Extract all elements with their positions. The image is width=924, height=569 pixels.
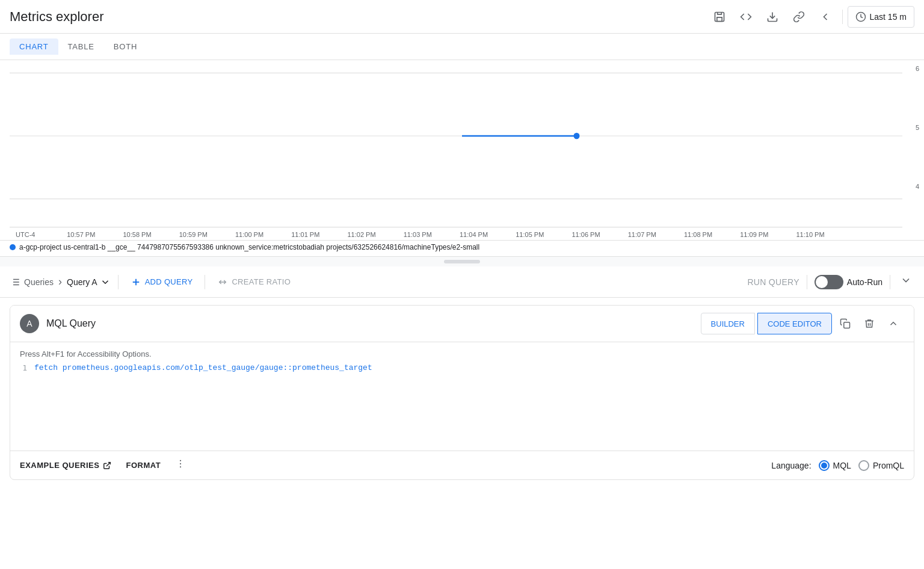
svg-text:10:58 PM: 10:58 PM bbox=[123, 230, 152, 238]
add-query-button[interactable]: ADD QUERY bbox=[126, 273, 198, 291]
mql-radio[interactable] bbox=[819, 460, 830, 471]
auto-run-toggle: Auto-Run bbox=[815, 275, 882, 289]
add-query-label: ADD QUERY bbox=[145, 277, 193, 286]
svg-text:UTC-4: UTC-4 bbox=[16, 230, 35, 238]
svg-line-32 bbox=[106, 462, 110, 466]
run-query-button[interactable]: RUN QUERY bbox=[747, 277, 799, 287]
tab-both[interactable]: BOTH bbox=[104, 38, 147, 55]
create-ratio-button[interactable]: CREATE RATIO bbox=[212, 273, 295, 291]
auto-run-label: Auto-Run bbox=[847, 277, 882, 287]
builder-button[interactable]: BUILDER bbox=[701, 313, 755, 334]
more-options-button[interactable] bbox=[175, 458, 186, 472]
query-bar-divider4 bbox=[890, 275, 890, 289]
svg-point-34 bbox=[180, 463, 181, 464]
y-axis-label-4: 4 bbox=[916, 183, 919, 190]
svg-rect-31 bbox=[844, 322, 850, 328]
create-ratio-label: CREATE RATIO bbox=[232, 277, 291, 286]
svg-point-7 bbox=[573, 133, 579, 140]
copy-icon bbox=[840, 318, 851, 329]
chart-scrollbar[interactable] bbox=[0, 257, 924, 266]
query-bar-divider1 bbox=[118, 275, 119, 289]
query-panel-header: A MQL Query BUILDER CODE EDITOR bbox=[10, 306, 914, 342]
svg-text:11:04 PM: 11:04 PM bbox=[460, 230, 488, 238]
link-icon-button[interactable] bbox=[787, 5, 811, 29]
query-avatar: A bbox=[20, 314, 39, 333]
app-title: Metrics explorer bbox=[10, 9, 103, 25]
tab-chart[interactable]: CHART bbox=[10, 38, 58, 55]
expand-button[interactable] bbox=[882, 313, 904, 334]
time-range-button[interactable]: Last 15 m bbox=[848, 6, 914, 28]
mql-option[interactable]: MQL bbox=[819, 460, 851, 471]
delete-icon bbox=[864, 318, 875, 329]
chart-tabs-bar: CHART TABLE BOTH bbox=[0, 34, 924, 60]
chart-legend: a-gcp-project us-central1-b __gce__ 7447… bbox=[0, 241, 924, 257]
chart-svg: UTC-4 10:57 PM 10:58 PM 10:59 PM 11:00 P… bbox=[10, 60, 914, 240]
queries-nav[interactable]: Queries bbox=[10, 277, 54, 288]
toggle-knob bbox=[816, 276, 828, 288]
svg-text:11:08 PM: 11:08 PM bbox=[684, 230, 712, 238]
language-group: Language: MQL PromQL bbox=[771, 460, 904, 471]
save-icon-button[interactable] bbox=[707, 5, 732, 29]
legend-text: a-gcp-project us-central1-b __gce__ 7447… bbox=[19, 243, 479, 251]
auto-run-switch[interactable] bbox=[815, 275, 843, 289]
example-queries-label: EXAMPLE QUERIES bbox=[20, 461, 99, 470]
queries-label-text: Queries bbox=[24, 277, 54, 287]
svg-text:11:01 PM: 11:01 PM bbox=[291, 230, 319, 238]
breadcrumb-chevron: › bbox=[58, 275, 62, 288]
svg-text:11:07 PM: 11:07 PM bbox=[628, 230, 656, 238]
query-panel-actions: BUILDER CODE EDITOR bbox=[701, 313, 904, 334]
ratio-icon bbox=[217, 277, 228, 288]
code-editor-area[interactable]: Press Alt+F1 for Accessibility Options. … bbox=[10, 342, 914, 451]
collapse-button[interactable] bbox=[898, 272, 914, 292]
code-content-1[interactable]: fetch prometheus.googleapis.com/otlp_tes… bbox=[34, 363, 372, 372]
svg-text:11:10 PM: 11:10 PM bbox=[796, 230, 824, 238]
y-axis-label-6: 6 bbox=[916, 65, 919, 72]
mql-label: MQL bbox=[833, 461, 851, 470]
promql-option[interactable]: PromQL bbox=[858, 460, 904, 471]
svg-text:10:59 PM: 10:59 PM bbox=[179, 230, 208, 238]
clock-icon bbox=[855, 11, 866, 22]
query-panel-title: MQL Query bbox=[46, 318, 701, 329]
chart-area: 6 5 4 UTC-4 10:57 PM 10:58 PM 10:59 PM 1… bbox=[0, 60, 924, 241]
chevron-up-icon bbox=[888, 318, 899, 329]
svg-point-35 bbox=[180, 466, 181, 467]
language-label: Language: bbox=[771, 461, 811, 470]
download-icon-button[interactable] bbox=[760, 5, 784, 29]
list-icon bbox=[10, 277, 20, 288]
svg-text:11:02 PM: 11:02 PM bbox=[347, 230, 375, 238]
copy-button[interactable] bbox=[834, 313, 856, 334]
external-link-icon bbox=[103, 461, 111, 470]
back-icon-button[interactable] bbox=[813, 5, 837, 29]
svg-point-33 bbox=[180, 460, 181, 461]
query-a-selector[interactable]: Query A bbox=[67, 277, 111, 288]
query-bar-right: RUN QUERY Auto-Run bbox=[747, 272, 914, 292]
header-divider bbox=[842, 10, 843, 24]
header-actions: Last 15 m bbox=[707, 5, 914, 29]
tab-table[interactable]: TABLE bbox=[58, 38, 104, 55]
example-queries-button[interactable]: EXAMPLE QUERIES bbox=[20, 461, 111, 470]
more-vertical-icon bbox=[175, 458, 186, 469]
query-bar-divider2 bbox=[205, 275, 205, 289]
query-a-label: Query A bbox=[67, 277, 97, 287]
promql-label: PromQL bbox=[873, 461, 904, 470]
scrollbar-thumb[interactable] bbox=[444, 260, 480, 263]
promql-radio[interactable] bbox=[858, 460, 869, 471]
legend-dot bbox=[10, 244, 16, 250]
format-button[interactable]: FORMAT bbox=[126, 461, 161, 470]
svg-text:11:09 PM: 11:09 PM bbox=[740, 230, 768, 238]
query-bar-divider3 bbox=[807, 275, 807, 289]
code-editor-button[interactable]: CODE EDITOR bbox=[757, 313, 832, 334]
app-header: Metrics explorer Last 15 m bbox=[0, 0, 924, 34]
code-line-1: 1 fetch prometheus.googleapis.com/otlp_t… bbox=[10, 363, 914, 372]
query-bar-left: Queries › Query A ADD QUERY CREATE RATIO bbox=[10, 273, 742, 291]
line-number-1: 1 bbox=[15, 363, 34, 372]
svg-text:11:06 PM: 11:06 PM bbox=[571, 230, 600, 238]
svg-text:11:03 PM: 11:03 PM bbox=[404, 230, 432, 238]
svg-text:10:57 PM: 10:57 PM bbox=[67, 230, 95, 238]
chevron-down-icon bbox=[900, 274, 912, 286]
accessibility-hint: Press Alt+F1 for Accessibility Options. bbox=[10, 349, 914, 363]
delete-button[interactable] bbox=[858, 313, 880, 334]
svg-text:11:00 PM: 11:00 PM bbox=[235, 230, 263, 238]
svg-text:11:05 PM: 11:05 PM bbox=[516, 230, 544, 238]
code-icon-button[interactable] bbox=[734, 5, 758, 29]
